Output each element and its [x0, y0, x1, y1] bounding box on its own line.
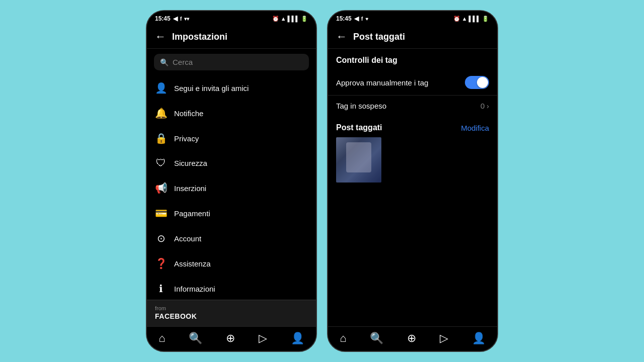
right-heart-icon: ♥ — [365, 16, 368, 22]
post-taggati-header: Post taggati Modifica — [328, 116, 497, 137]
right-wifi-icon: ▲ — [462, 16, 467, 22]
left-status-right: ⏰ ▲ ▌▌▌ 🔋 — [272, 16, 308, 22]
settings-item-informazioni[interactable]: ℹ Informazioni — [147, 276, 316, 300]
right-status-left: 15:45 ◀ f ♥ — [336, 15, 368, 22]
modifica-button[interactable]: Modifica — [461, 124, 489, 132]
megaphone-icon: 📢 — [155, 182, 167, 194]
left-back-button[interactable]: ← — [155, 30, 166, 43]
reels-nav-icon[interactable]: ▷ — [259, 332, 267, 345]
approva-toggle-switch[interactable] — [465, 76, 489, 89]
chevron-right-icon: › — [487, 102, 489, 110]
right-home-nav-icon[interactable]: ⌂ — [340, 332, 346, 345]
pending-right: 0 › — [480, 102, 489, 110]
search-input[interactable]: Cerca — [173, 58, 193, 66]
settings-item-pagamenti[interactable]: 💳 Pagamenti — [147, 201, 316, 226]
from-label: from — [155, 305, 308, 311]
home-nav-icon[interactable]: ⌂ — [158, 332, 165, 345]
right-signal-bars-icon: ▌▌▌ — [469, 16, 480, 22]
settings-label-sicurezza: Sicurezza — [174, 159, 207, 167]
right-header: ← Post taggati — [328, 25, 497, 49]
right-reels-nav-icon[interactable]: ▷ — [440, 332, 448, 345]
right-page-title: Post taggati — [353, 32, 405, 42]
bell-icon: 🔔 — [155, 107, 167, 119]
settings-label-informazioni: Informazioni — [174, 285, 215, 293]
thumb-figure — [346, 142, 371, 172]
shield-icon: 🛡 — [155, 157, 167, 169]
settings-item-sicurezza[interactable]: 🛡 Sicurezza — [147, 151, 316, 175]
left-header: ← Impostazioni — [147, 25, 316, 49]
settings-item-segui[interactable]: 👤 Segui e invita gli amici — [147, 75, 316, 101]
tag-in-sospeso-row[interactable]: Tag in sospeso 0 › — [328, 96, 497, 116]
phones-container: 15:45 ◀ f ▾▾ ⏰ ▲ ▌▌▌ 🔋 ← Impostazioni 🔍 … — [146, 10, 498, 352]
signal-icon: ▾▾ — [184, 16, 189, 22]
pending-count: 0 — [480, 102, 485, 110]
right-status-right: ⏰ ▲ ▌▌▌ 🔋 — [453, 16, 489, 22]
settings-label-pagamenti: Pagamenti — [174, 209, 210, 218]
right-search-nav-icon[interactable]: 🔍 — [370, 332, 383, 345]
add-nav-icon[interactable]: ⊕ — [226, 332, 235, 345]
facebook-brand-label: FACEBOOK — [155, 312, 308, 320]
settings-label-account: Account — [174, 234, 201, 243]
settings-item-inserzioni[interactable]: 📢 Inserzioni — [147, 175, 316, 201]
question-circle-icon: ❓ — [155, 257, 167, 269]
right-phone: 15:45 ◀ f ♥ ⏰ ▲ ▌▌▌ 🔋 ← Post taggati Con… — [327, 10, 498, 352]
left-status-left: 15:45 ◀ f ▾▾ — [155, 15, 189, 22]
settings-label-inserzioni: Inserzioni — [174, 184, 206, 193]
right-profile-nav-icon[interactable]: 👤 — [472, 332, 486, 345]
settings-item-privacy[interactable]: 🔒 Privacy — [147, 126, 316, 151]
right-time: 15:45 — [336, 15, 352, 22]
search-nav-icon[interactable]: 🔍 — [189, 332, 202, 345]
card-icon: 💳 — [155, 207, 167, 219]
facebook-footer: from FACEBOOK — [147, 300, 316, 326]
approva-toggle-label: Approva manualmente i tag — [336, 78, 428, 87]
right-screen-content: Controlli dei tag Approva manualmente i … — [328, 49, 497, 326]
pending-label: Tag in sospeso — [336, 102, 386, 110]
left-phone: 15:45 ◀ f ▾▾ ⏰ ▲ ▌▌▌ 🔋 ← Impostazioni 🔍 … — [146, 10, 317, 352]
profile-nav-icon[interactable]: 👤 — [291, 332, 304, 345]
left-bottom-nav: ⌂ 🔍 ⊕ ▷ 👤 — [147, 326, 316, 351]
spacer — [328, 183, 497, 326]
right-back-button[interactable]: ← — [336, 30, 347, 43]
settings-label-notifiche: Notifiche — [174, 109, 203, 118]
right-alarm-icon: ⏰ — [453, 16, 460, 22]
battery-icon: 🔋 — [301, 16, 308, 22]
right-battery-icon: 🔋 — [482, 16, 489, 22]
circle-person-icon: ⊙ — [155, 232, 167, 244]
facebook-icon: f — [180, 16, 182, 22]
settings-item-notifiche[interactable]: 🔔 Notifiche — [147, 101, 316, 126]
search-bar[interactable]: 🔍 Cerca — [154, 54, 309, 70]
signal-bars-icon: ▌▌▌ — [288, 16, 299, 22]
navigation-icon: ◀ — [173, 15, 178, 22]
right-navigation-icon: ◀ — [354, 15, 359, 22]
left-screen-content: 🔍 Cerca 👤 Segui e invita gli amici 🔔 Not… — [147, 49, 316, 326]
settings-label-assistenza: Assistenza — [174, 259, 211, 268]
right-facebook-icon: f — [361, 16, 363, 22]
right-add-nav-icon[interactable]: ⊕ — [407, 332, 416, 345]
settings-label-privacy: Privacy — [174, 134, 199, 143]
tagged-posts-grid — [328, 137, 497, 183]
left-time: 15:45 — [155, 15, 171, 22]
toggle-knob — [477, 77, 488, 88]
left-page-title: Impostazioni — [172, 32, 227, 42]
post-taggati-title: Post taggati — [336, 123, 382, 132]
approva-toggle-row: Approva manualmente i tag — [328, 70, 497, 96]
right-bottom-nav: ⌂ 🔍 ⊕ ▷ 👤 — [328, 326, 497, 351]
wifi-icon: ▲ — [281, 16, 286, 22]
settings-item-assistenza[interactable]: ❓ Assistenza — [147, 251, 316, 276]
right-status-bar: 15:45 ◀ f ♥ ⏰ ▲ ▌▌▌ 🔋 — [328, 11, 497, 25]
left-status-bar: 15:45 ◀ f ▾▾ ⏰ ▲ ▌▌▌ 🔋 — [147, 11, 316, 25]
settings-list: 👤 Segui e invita gli amici 🔔 Notifiche 🔒… — [147, 75, 316, 300]
lock-icon: 🔒 — [155, 132, 167, 144]
person-add-icon: 👤 — [155, 82, 167, 94]
settings-label-segui: Segui e invita gli amici — [174, 84, 249, 93]
settings-item-account[interactable]: ⊙ Account — [147, 226, 316, 251]
tagged-post-thumb-1[interactable] — [336, 137, 381, 183]
info-circle-icon: ℹ — [155, 283, 167, 295]
alarm-icon: ⏰ — [272, 16, 279, 22]
tag-controls-title: Controlli dei tag — [328, 49, 497, 70]
search-icon: 🔍 — [160, 58, 169, 66]
